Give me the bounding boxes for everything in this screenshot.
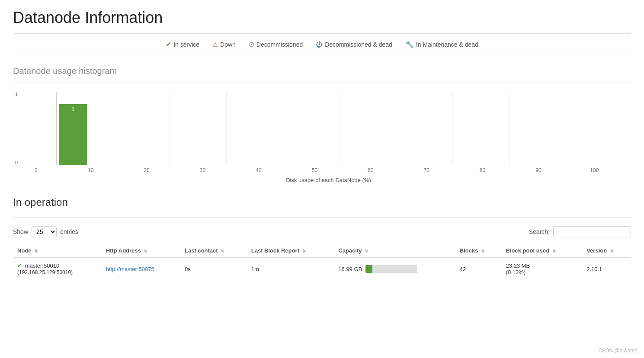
x-tick-80: 80 xyxy=(455,167,510,173)
capacity-bar-fill xyxy=(365,265,372,273)
col-node: Node ⇅ xyxy=(13,244,102,258)
x-tick-50: 50 xyxy=(287,167,343,173)
cell-version: 2.10.1 xyxy=(582,258,631,280)
sort-icon-node[interactable]: ⇅ xyxy=(34,249,38,253)
operation-title: In operation xyxy=(13,196,631,208)
col-http: Http Address ⇅ xyxy=(102,244,180,258)
col-capacity: Capacity ⇅ xyxy=(334,244,455,258)
entries-select[interactable]: 10 25 50 100 xyxy=(32,226,57,237)
x-tick-70: 70 xyxy=(398,167,454,173)
legend-bar: ✔ In service ⚠ Down ⊘ Decommissioned ⏻ D… xyxy=(13,33,631,55)
search-input[interactable] xyxy=(553,226,631,237)
sort-icon-version[interactable]: ⇅ xyxy=(610,249,613,253)
capacity-bar-container xyxy=(365,265,417,273)
legend-in-service-label: In service xyxy=(173,41,199,48)
legend-down-label: Down xyxy=(220,41,236,48)
col-blocks-label: Blocks xyxy=(460,247,478,254)
col-last-block: Last Block Report ⇅ xyxy=(247,244,334,258)
entries-label: entries xyxy=(60,228,78,235)
search-label: Search: xyxy=(529,228,550,235)
cell-block-pool-used: 23.23 MB(0.13%) xyxy=(502,258,583,280)
cell-node: ✔ master:50010 (192.168.25.129:50010) xyxy=(13,258,102,280)
search-control: Search: xyxy=(529,226,631,237)
cell-http: http://master:50075 xyxy=(102,258,180,280)
col-last-contact: Last contact ⇅ xyxy=(180,244,247,258)
sort-icon-blocks[interactable]: ⇅ xyxy=(481,249,484,253)
sort-icon-last-contact[interactable]: ⇅ xyxy=(221,249,224,253)
col-version: Version ⇅ xyxy=(582,244,631,258)
col-block-pool: Block pool used ⇅ xyxy=(502,244,583,258)
col-last-contact-label: Last contact xyxy=(185,247,218,254)
histogram-bar: 1 xyxy=(59,104,87,165)
col-last-block-label: Last Block Report xyxy=(251,247,299,254)
y-label-bottom: 0 xyxy=(15,160,18,165)
x-tick-30: 30 xyxy=(175,167,231,173)
table-controls: Show 10 25 50 100 entries Search: xyxy=(13,226,631,237)
show-entries-control: Show 10 25 50 100 entries xyxy=(13,226,78,237)
legend-in-service: ✔ In service xyxy=(166,40,199,48)
sort-icon-http[interactable]: ⇅ xyxy=(144,249,147,253)
col-node-label: Node xyxy=(17,247,32,254)
node-ip: (192.168.25.129:50010) xyxy=(17,269,73,275)
cell-capacity: 16.99 GB xyxy=(334,258,455,280)
col-http-label: Http Address xyxy=(106,247,141,254)
sort-icon-capacity[interactable]: ⇅ xyxy=(365,249,368,253)
legend-down: ⚠ Down xyxy=(212,41,236,48)
legend-maintenance-dead-label: In Maintenance & dead xyxy=(416,41,478,48)
histogram-section: Datanode usage histogram 1 0 1 xyxy=(13,66,631,183)
cell-last-block-report: 1m xyxy=(247,258,334,280)
show-label: Show xyxy=(13,228,28,235)
sort-icon-last-block[interactable]: ⇅ xyxy=(302,249,306,253)
col-capacity-label: Capacity xyxy=(338,247,362,254)
datanode-table: Node ⇅ Http Address ⇅ Last contact ⇅ Las… xyxy=(13,244,631,280)
legend-decommissioned-dead: ⏻ Decommissioned & dead xyxy=(316,41,392,48)
bar-value: 1 xyxy=(71,106,74,112)
col-block-pool-label: Block pool used xyxy=(506,247,549,254)
col-version-label: Version xyxy=(586,247,607,254)
histogram-chart: 1 xyxy=(56,92,622,165)
y-label-top: 1 xyxy=(15,92,18,97)
legend-maintenance-dead: 🔧 In Maintenance & dead xyxy=(405,40,478,48)
decom-dead-icon: ⏻ xyxy=(316,41,323,48)
x-tick-10: 10 xyxy=(63,167,119,173)
legend-decommissioned: ⊘ Decommissioned xyxy=(249,40,303,48)
operation-section: In operation Show 10 25 50 100 entries S… xyxy=(13,196,631,280)
down-icon: ⚠ xyxy=(212,41,218,48)
node-name: master:50010 xyxy=(25,262,60,269)
maintenance-icon: 🔧 xyxy=(405,40,414,48)
col-blocks: Blocks ⇅ xyxy=(455,244,502,258)
capacity-text: 16.99 GB xyxy=(338,266,362,272)
x-tick-90: 90 xyxy=(510,167,566,173)
sort-icon-block-pool[interactable]: ⇅ xyxy=(552,249,556,253)
x-axis-label: Disk usage of each DataNode (%) xyxy=(35,177,622,183)
cell-last-contact: 0s xyxy=(180,258,247,280)
cell-blocks: 42 xyxy=(455,258,502,280)
x-tick-0: 0 xyxy=(35,167,63,173)
check-icon: ✔ xyxy=(166,40,171,48)
legend-decommissioned-dead-label: Decommissioned & dead xyxy=(325,41,392,48)
http-link[interactable]: http://master:50075 xyxy=(106,266,154,272)
table-row: ✔ master:50010 (192.168.25.129:50010) ht… xyxy=(13,258,631,280)
histogram-title: Datanode usage histogram xyxy=(13,66,631,76)
decom-icon: ⊘ xyxy=(249,40,254,48)
node-status-icon: ✔ xyxy=(17,262,22,269)
x-tick-60: 60 xyxy=(343,167,398,173)
x-tick-100: 100 xyxy=(567,167,622,173)
x-tick-20: 20 xyxy=(119,167,174,173)
x-tick-40: 40 xyxy=(231,167,286,173)
page-title: Datanode Information xyxy=(13,9,631,27)
legend-decommissioned-label: Decommissioned xyxy=(256,41,303,48)
